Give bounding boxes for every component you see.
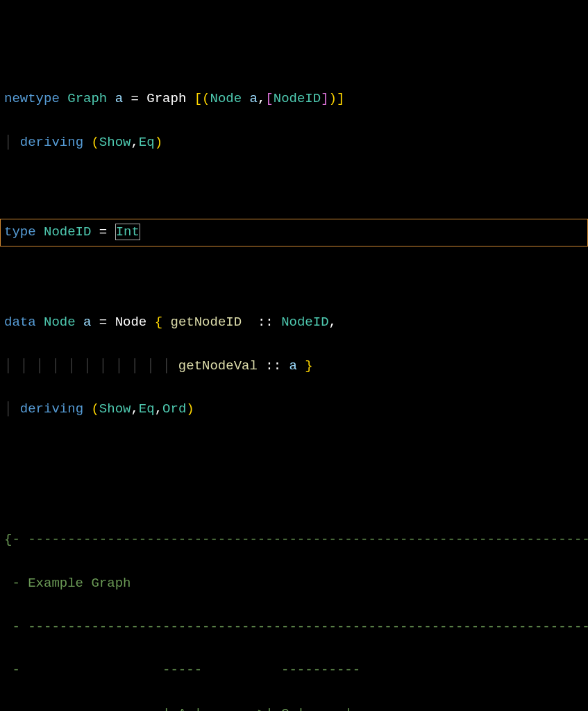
type-nodeid: NodeID — [274, 91, 321, 106]
typevar-a: a — [250, 91, 258, 106]
type-node: Node — [44, 315, 76, 330]
keyword-deriving: deriving — [20, 135, 83, 150]
bracket-close: )] — [329, 91, 345, 106]
code-line-6[interactable]: │ │ │ │ │ │ │ │ │ │ │ getNodeVal :: a } — [0, 356, 588, 377]
typevar-a: a — [115, 91, 123, 106]
bracket: [ — [265, 91, 273, 106]
typevar-a: a — [83, 315, 91, 330]
code-line-7[interactable]: │ deriving (Show,Eq,Ord) — [0, 399, 588, 420]
field-getnodeval: getNodeVal — [178, 358, 258, 374]
comment-line[interactable]: - ----- ---------- — [0, 660, 588, 681]
comment-line[interactable]: - Example Graph — [0, 573, 588, 594]
comma: , — [258, 91, 265, 106]
typeclass-show: Show — [99, 135, 131, 150]
paren-open: ( — [91, 135, 99, 150]
comma: , — [131, 401, 138, 417]
cursor-icon: Int — [115, 224, 140, 240]
operator-colons: :: — [265, 358, 281, 374]
code-line-active[interactable]: type NodeID = Int — [0, 219, 588, 246]
keyword-type: type — [4, 224, 36, 240]
operator-eq: = — [99, 224, 107, 240]
bracket-close: ] — [321, 91, 328, 106]
comment-line[interactable]: {- -------------------------------------… — [0, 529, 588, 551]
ctor-graph: Graph — [146, 91, 186, 106]
comment-line[interactable]: - | A |------->| C | | — [0, 703, 588, 711]
operator-eq: = — [99, 315, 107, 330]
indent-guide: │ — [4, 135, 20, 150]
typeclass-ord: Ord — [162, 401, 186, 417]
type-node: Node — [210, 91, 242, 106]
brace-open: { — [155, 315, 162, 330]
comma: , — [329, 315, 337, 330]
paren-close: ) — [155, 135, 162, 150]
type-int: Int — [116, 224, 140, 240]
code-line-blank[interactable] — [0, 268, 588, 290]
typeclass-show: Show — [99, 401, 131, 417]
indent-guide: │ — [4, 401, 20, 417]
code-line-blank[interactable] — [0, 442, 588, 464]
comma: , — [131, 135, 138, 150]
bracket-open: [( — [194, 91, 210, 106]
code-line-2[interactable]: │ deriving (Show,Eq) — [0, 132, 588, 153]
type-nodeid: NodeID — [44, 224, 91, 240]
type-nodeid: NodeID — [281, 315, 328, 330]
code-line-5[interactable]: data Node a = Node { getNodeID :: NodeID… — [0, 312, 588, 333]
comma: , — [155, 401, 162, 417]
typeclass-eq: Eq — [139, 401, 155, 417]
field-getnodeid: getNodeID — [170, 315, 242, 330]
code-line-blank[interactable] — [0, 486, 588, 508]
code-line-1[interactable]: newtype Graph a = Graph [(Node a,[NodeID… — [0, 88, 588, 110]
indent-guide: │ │ │ │ │ │ │ │ │ │ │ — [4, 358, 170, 374]
keyword-newtype: newtype — [4, 91, 60, 106]
typevar-a: a — [289, 358, 297, 374]
typeclass-eq: Eq — [139, 135, 155, 150]
operator-eq: = — [131, 91, 138, 106]
paren-close: ) — [186, 401, 194, 417]
type-graph: Graph — [67, 91, 107, 106]
keyword-deriving: deriving — [20, 401, 83, 417]
comment-line[interactable]: - --------------------------------------… — [0, 617, 588, 638]
ctor-node: Node — [115, 315, 147, 330]
operator-colons: :: — [258, 315, 274, 330]
code-line-blank[interactable] — [0, 176, 588, 197]
brace-close: } — [305, 358, 312, 374]
keyword-data: data — [4, 315, 36, 330]
paren-open: ( — [91, 401, 99, 417]
